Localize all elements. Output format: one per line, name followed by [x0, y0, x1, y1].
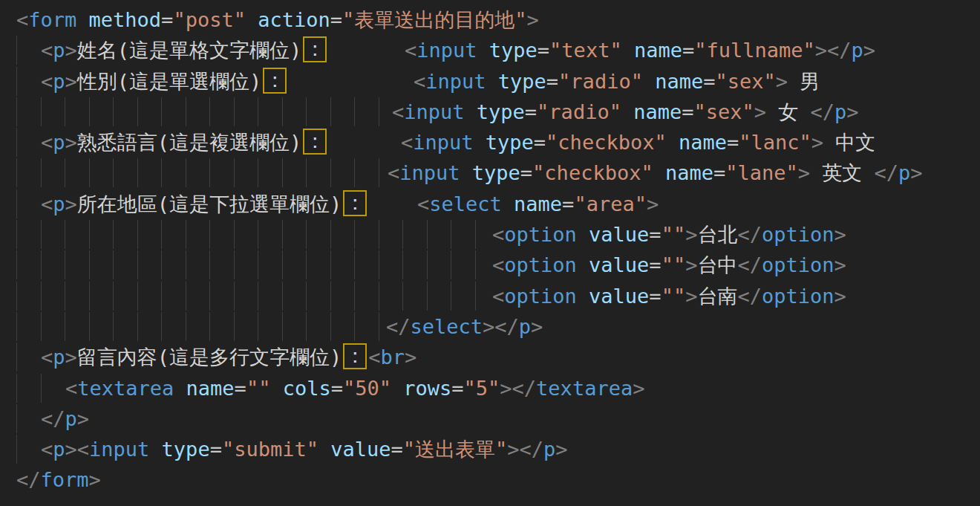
indent-guide [402, 282, 403, 311]
token-plain-text [643, 70, 655, 93]
token-tag-punctuation: > [483, 315, 494, 338]
code-line-3[interactable]: <p>性別(這是單選欄位)：<input type="radio" name="… [0, 66, 980, 97]
token-tag-name: p [53, 192, 65, 215]
token-string-value: "fullname" [694, 39, 815, 62]
token-tag-name: input [416, 39, 477, 62]
unicode-highlight-box[interactable]: ： [343, 190, 367, 216]
indent-guide [137, 282, 138, 311]
indent-guide [137, 220, 138, 249]
token-attribute-name: name [665, 161, 713, 184]
token-tag-punctuation: < [414, 70, 425, 93]
token-plain-text [318, 438, 330, 461]
token-tag-name: select [429, 192, 502, 215]
indent-guide [354, 250, 355, 279]
indent-guide [354, 282, 355, 311]
unicode-highlight-box[interactable]: ： [303, 36, 327, 62]
indent-guide [161, 158, 162, 187]
indent-guide [234, 282, 235, 311]
token-tag-punctuation: < [417, 192, 429, 215]
token-tag-punctuation: </ [737, 285, 762, 308]
indent-guide [186, 158, 186, 187]
indent-guide [16, 312, 17, 341]
code-line-5[interactable]: <p>熟悉語言(這是複選欄位)：<input type="checkbox" n… [0, 127, 980, 158]
indent-guide [475, 220, 476, 249]
token-tag-punctuation: > [776, 70, 788, 93]
indent-guide [427, 250, 428, 279]
token-tag-punctuation: < [41, 192, 53, 215]
indent-guide [209, 282, 210, 311]
indent-guide [258, 97, 258, 126]
token-tag-punctuation: </ [16, 468, 41, 491]
token-attribute-name: value [589, 223, 649, 246]
token-tag-name: p [53, 438, 65, 461]
token-tag-punctuation: > [815, 39, 827, 62]
indent-guide [16, 67, 17, 96]
token-string-value: "" [246, 377, 271, 400]
code-line-4[interactable]: <input type="radio" name="sex"> 女 </p> [0, 97, 980, 127]
code-line-8[interactable]: <option value="">台北</option> [0, 219, 980, 250]
token-tag-punctuation: > [834, 285, 846, 308]
token-equals-sign: = [713, 161, 725, 184]
code-line-11[interactable]: </select></p> [0, 311, 980, 342]
code-line-14[interactable]: </p> [0, 403, 980, 434]
code-line-16[interactable]: </form> [0, 464, 980, 495]
indent-guide [113, 312, 114, 341]
token-tag-name: form [28, 8, 76, 31]
token-tag-punctuation: > [798, 161, 810, 184]
indent-guide [65, 250, 65, 279]
code-line-10[interactable]: <option value="">台南</option> [0, 281, 980, 311]
code-line-12[interactable]: <p>留言內容(這是多行文字欄位)：<br> [0, 342, 980, 372]
indent-guide [330, 282, 331, 311]
indent-guide [379, 158, 379, 187]
token-tag-name: option [762, 253, 834, 276]
indent-guide [65, 97, 65, 126]
token-tag-punctuation: > [685, 223, 697, 246]
token-tag-punctuation: > [846, 100, 858, 123]
token-string-value: "sex" [693, 100, 754, 123]
code-editor[interactable]: <form method="post" action="表單送出的目的地"><p… [0, 0, 980, 506]
unicode-highlight-box[interactable]: ： [343, 343, 367, 369]
token-tag-punctuation: > [65, 346, 77, 369]
unicode-highlight-box[interactable]: ： [263, 68, 287, 94]
code-line-13[interactable]: <textarea name="" cols="50" rows="5"></t… [0, 373, 980, 403]
indent-guide [282, 312, 283, 341]
indent-guide [475, 282, 476, 311]
token-plain-text: 台南 [697, 285, 737, 308]
indent-guide [234, 220, 235, 249]
token-tag-name: option [762, 223, 834, 246]
indent-guide [354, 97, 355, 126]
indent-guide [258, 220, 258, 249]
indent-guide [306, 97, 307, 126]
code-line-15[interactable]: <p><input type="submit" value="送出表單"></p… [0, 434, 980, 464]
indent-guide [258, 158, 258, 187]
indent-guide [161, 220, 162, 249]
indent-guide [209, 312, 210, 341]
token-equals-sign: = [703, 70, 715, 93]
code-line-6[interactable]: <input type="checkbox" name="lane"> 英文 <… [0, 158, 980, 188]
indent-guide [41, 220, 42, 249]
token-plain-text [460, 161, 472, 184]
code-segment: <p>熟悉語言(這是複選欄位)： [41, 127, 328, 158]
token-string-value: "" [662, 285, 686, 308]
token-tag-punctuation: > [65, 39, 77, 62]
indent-guide [65, 312, 65, 341]
token-equals-sign: = [538, 39, 549, 62]
indent-guide [330, 97, 331, 126]
token-attribute-name: method [89, 8, 162, 31]
token-plain-text: 台中 [697, 253, 737, 276]
code-segment: <p>性別(這是單選欄位)： [41, 66, 288, 97]
indent-guide [282, 97, 283, 126]
code-line-7[interactable]: <p>所在地區(這是下拉選單欄位)：<select name="area"> [0, 189, 980, 219]
token-tag-punctuation: </ [827, 39, 852, 62]
indent-guide [354, 312, 355, 341]
indent-guide [451, 220, 451, 249]
token-tag-name: input [404, 100, 464, 123]
token-string-value: "" [662, 253, 686, 276]
code-line-9[interactable]: <option value="">台中</option> [0, 250, 980, 280]
code-line-1[interactable]: <form method="post" action="表單送出的目的地"> [0, 4, 980, 35]
unicode-highlight-box[interactable]: ： [303, 129, 327, 155]
indent-guide [65, 158, 65, 187]
code-line-2[interactable]: <p>姓名(這是單格文字欄位)：<input type="text" name=… [0, 35, 980, 65]
token-attribute-name: type [472, 161, 520, 184]
token-attribute-name: type [486, 131, 534, 154]
